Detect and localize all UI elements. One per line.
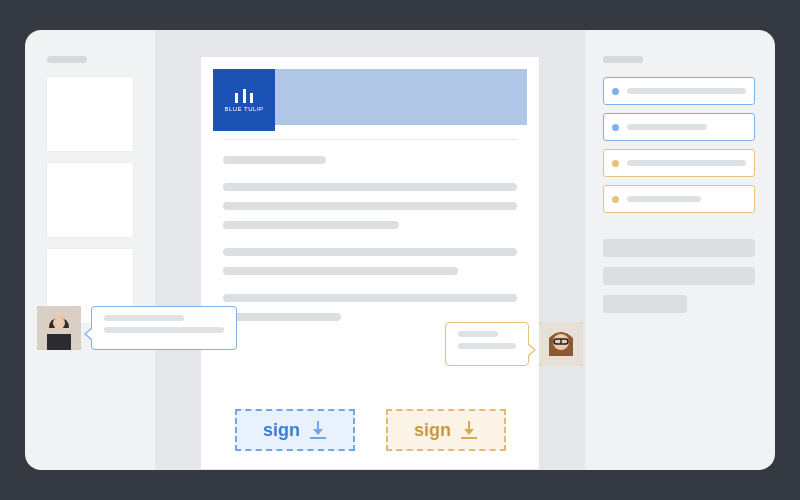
text-placeholder: [627, 88, 746, 94]
panel-heading-placeholder: [603, 56, 643, 63]
sidebar-heading-placeholder: [47, 56, 87, 63]
text-placeholder: [627, 124, 707, 130]
page-thumbnail-sidebar: [25, 30, 155, 470]
signer-list-item[interactable]: [603, 113, 755, 141]
signer-list-item[interactable]: [603, 77, 755, 105]
sign-button-signer2[interactable]: sign: [386, 409, 506, 451]
text-placeholder: [627, 160, 746, 166]
text-placeholder: [223, 313, 341, 321]
avatar: [37, 306, 81, 350]
text-placeholder: [223, 221, 399, 229]
svg-rect-2: [47, 334, 71, 350]
signature-row: sign sign: [201, 409, 539, 451]
comment-speech: [445, 322, 529, 366]
signers-panel: [585, 30, 775, 470]
text-placeholder: [223, 294, 517, 302]
signer-list-item[interactable]: [603, 185, 755, 213]
status-dot-icon: [612, 196, 619, 203]
app-window: BLUE TULIP sign: [25, 30, 775, 470]
text-placeholder: [458, 343, 516, 349]
text-placeholder: [104, 315, 184, 321]
download-icon: [461, 421, 477, 439]
page-thumbnail[interactable]: [47, 163, 133, 237]
status-dot-icon: [612, 124, 619, 131]
sign-button-signer1[interactable]: sign: [235, 409, 355, 451]
text-placeholder: [223, 248, 517, 256]
contract-document: BLUE TULIP sign: [200, 56, 540, 470]
text-placeholder: [603, 267, 755, 285]
download-icon: [310, 421, 326, 439]
page-thumbnail[interactable]: [47, 77, 133, 151]
avatar: [539, 322, 583, 366]
document-header-banner: BLUE TULIP: [213, 69, 527, 125]
text-placeholder: [223, 202, 517, 210]
details-block: [603, 239, 755, 313]
comment-bubble-signer1[interactable]: [37, 306, 237, 350]
text-placeholder: [603, 295, 687, 313]
company-logo: BLUE TULIP: [213, 69, 275, 131]
text-placeholder: [104, 327, 224, 333]
svg-point-3: [53, 317, 65, 329]
comment-speech: [91, 306, 237, 350]
signer-list-item[interactable]: [603, 149, 755, 177]
document-viewport: BLUE TULIP sign: [155, 30, 585, 470]
logo-text: BLUE TULIP: [224, 106, 263, 112]
text-placeholder: [223, 156, 326, 164]
sign-label: sign: [263, 420, 300, 441]
text-placeholder: [603, 239, 755, 257]
text-placeholder: [627, 196, 701, 202]
text-placeholder: [223, 267, 458, 275]
text-placeholder: [223, 183, 517, 191]
status-dot-icon: [612, 160, 619, 167]
status-dot-icon: [612, 88, 619, 95]
logo-mark-icon: [235, 89, 253, 103]
comment-bubble-signer2[interactable]: [445, 322, 583, 366]
text-placeholder: [458, 331, 498, 337]
sign-label: sign: [414, 420, 451, 441]
divider: [223, 139, 517, 140]
